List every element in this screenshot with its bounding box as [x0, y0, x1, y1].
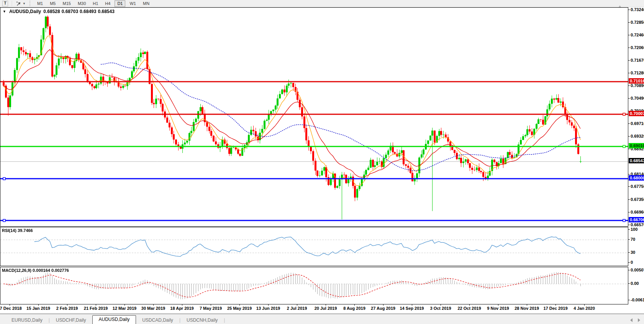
timeframe-button-h1[interactable]: H1: [90, 0, 101, 7]
tab-divider: |: [224, 317, 225, 323]
date-axis-label: 4 Jan 2020: [574, 306, 595, 311]
price-axis-tick: 0.66570: [631, 222, 644, 227]
date-axis-tickmark: [469, 304, 470, 306]
macd-axis-tickmark: [628, 283, 630, 284]
date-axis-label: 15 Jan 2019: [26, 306, 50, 311]
toolbar-grip[interactable]: [29, 1, 32, 6]
price-axis-tick: 0.69320: [631, 134, 644, 138]
timeframe-button-m1[interactable]: M1: [34, 0, 46, 7]
date-axis-label: 18 Apr 2019: [170, 306, 193, 311]
level-price-tag[interactable]: 0.71016: [629, 78, 644, 84]
macd-panel[interactable]: MACD(12,26,9) 0.000164 0.002776: [0, 267, 628, 304]
rsi-axis-tick: 30: [631, 250, 635, 255]
ohlc-open: 0.68528: [43, 9, 60, 14]
timeframe-button-m15[interactable]: M15: [60, 0, 73, 7]
date-axis-tickmark: [441, 304, 441, 306]
price-axis-tickmark: [628, 22, 630, 23]
date-axis-label: 27 Aug 2019: [371, 306, 395, 311]
price-axis-tickmark: [628, 86, 630, 86]
level-price-tag[interactable]: 0.66706: [629, 217, 644, 222]
rsi-axis-tickmark: [628, 252, 630, 253]
current-price-tag[interactable]: 0.68543: [629, 158, 644, 163]
macd-axis-tickmark: [628, 270, 630, 270]
date-axis-label: 21 Feb 2019: [84, 306, 108, 311]
cursor-tool-button[interactable]: ▼: [14, 0, 28, 7]
date-axis-label: 22 Oct 2019: [457, 306, 481, 311]
trading-app-window: T ▼ M1M5M15M30H1H4D1W1MN ▼ AUDUSD,Daily …: [0, 0, 644, 324]
price-axis-tickmark: [628, 174, 630, 174]
macd-axis-tick: 0.00: [631, 281, 639, 286]
date-axis-tickmark: [556, 304, 556, 306]
rsi-panel[interactable]: RSI(14) 39.7466: [0, 227, 628, 266]
date-axis-tickmark: [584, 304, 585, 306]
price-axis-tick: 0.71280: [631, 71, 644, 75]
date-axis-label: 28 Nov 2019: [515, 306, 539, 311]
timeframe-button-group: M1M5M15M30H1H4D1W1MN: [34, 0, 153, 7]
price-axis-tick: 0.66960: [631, 210, 644, 214]
rsi-canvas[interactable]: [0, 227, 628, 266]
timeframe-button-d1[interactable]: D1: [115, 0, 125, 7]
timeframe-button-mn[interactable]: MN: [140, 0, 152, 7]
tab-scroll-arrows: [630, 318, 640, 322]
date-axis-tickmark: [383, 304, 383, 306]
date-axis-label: 3 Oct 2019: [430, 306, 451, 311]
level-price-tag[interactable]: 0.68000: [629, 175, 644, 181]
tab-scroll-left-icon[interactable]: [630, 318, 633, 322]
rsi-axis-tickmark: [628, 229, 630, 230]
date-axis-label: 14 Sep 2019: [400, 306, 424, 311]
date-axis-label: 2 Jul 2019: [287, 306, 307, 311]
ohlc-low: 0.68493: [80, 9, 96, 14]
price-axis-tick: 0.72060: [631, 45, 644, 50]
chart-tab-usdchf[interactable]: USDCHF,Daily: [50, 316, 92, 324]
price-axis-tick: 0.71670: [631, 58, 644, 62]
price-axis-tickmark: [628, 199, 630, 200]
price-axis-tick: 0.70890: [631, 83, 644, 88]
price-axis[interactable]: 0.732400.728500.724600.720600.716700.712…: [628, 7, 644, 304]
date-axis-tickmark: [268, 304, 269, 306]
chart-tab-usdcnh[interactable]: USDCNH,Daily: [180, 316, 224, 324]
date-axis-label: 7 May 2019: [200, 306, 222, 311]
ohlc-high: 0.68703: [62, 9, 78, 14]
timeframe-button-w1[interactable]: W1: [127, 0, 139, 7]
price-axis-tickmark: [628, 123, 630, 124]
date-axis[interactable]: 27 Dec 201815 Jan 20192 Feb 201921 Feb 2…: [0, 304, 628, 314]
text-tool-button[interactable]: T: [0, 0, 10, 7]
chart-tab-eurusd[interactable]: EURUSD,Daily: [5, 316, 49, 324]
date-axis-label: 17 Dec 2019: [544, 306, 568, 311]
timeframe-button-m5[interactable]: M5: [47, 0, 58, 7]
toolbar: T ▼ M1M5M15M30H1H4D1W1MN: [0, 0, 644, 7]
macd-axis-tick: 0.005076: [631, 268, 644, 272]
price-axis-tickmark: [628, 149, 630, 149]
rsi-axis-tickmark: [628, 262, 630, 263]
price-axis-tick: 0.69710: [631, 121, 644, 126]
date-axis-label: 20 Jul 2019: [315, 306, 337, 311]
timeframe-button-h4[interactable]: H4: [102, 0, 113, 7]
level-price-tag[interactable]: 0.70007: [629, 111, 644, 116]
macd-axis-tick: -0.006148: [631, 298, 644, 302]
price-axis-tickmark: [628, 73, 630, 73]
price-axis-tickmark: [628, 186, 630, 187]
date-axis-tickmark: [10, 304, 10, 306]
chevron-down-icon: ▼: [23, 2, 26, 5]
date-axis-tickmark: [182, 304, 182, 306]
chart-tab-usdcad[interactable]: USDCAD,Daily: [136, 316, 179, 324]
macd-canvas[interactable]: [0, 267, 628, 304]
date-axis-tickmark: [527, 304, 527, 306]
date-axis-tickmark: [125, 304, 125, 306]
price-chart-panel[interactable]: ▼ AUDUSD,Daily 0.68528 0.68703 0.68493 0…: [0, 7, 628, 227]
price-axis-tick: 0.73240: [631, 7, 644, 12]
timeframe-button-m30[interactable]: M30: [75, 0, 88, 7]
text-tool-icon: T: [2, 1, 8, 7]
date-axis-tickmark: [67, 304, 67, 306]
collapse-triangle-icon[interactable]: ▼: [3, 10, 6, 13]
toolbar-separator: [12, 1, 12, 6]
tab-scroll-right-icon[interactable]: [638, 318, 640, 322]
price-chart-canvas[interactable]: [0, 8, 628, 226]
date-axis-label: 9 Nov 2019: [487, 306, 509, 311]
chart-tab-audusd[interactable]: AUDUSD,Daily: [92, 315, 136, 324]
rsi-axis-tick: 70: [631, 237, 635, 242]
symbol-timeframe-label: AUDUSD,Daily: [9, 9, 41, 14]
date-axis-tickmark: [297, 304, 297, 306]
level-price-tag[interactable]: 0.69010: [629, 143, 644, 148]
date-axis-tickmark: [326, 304, 326, 306]
